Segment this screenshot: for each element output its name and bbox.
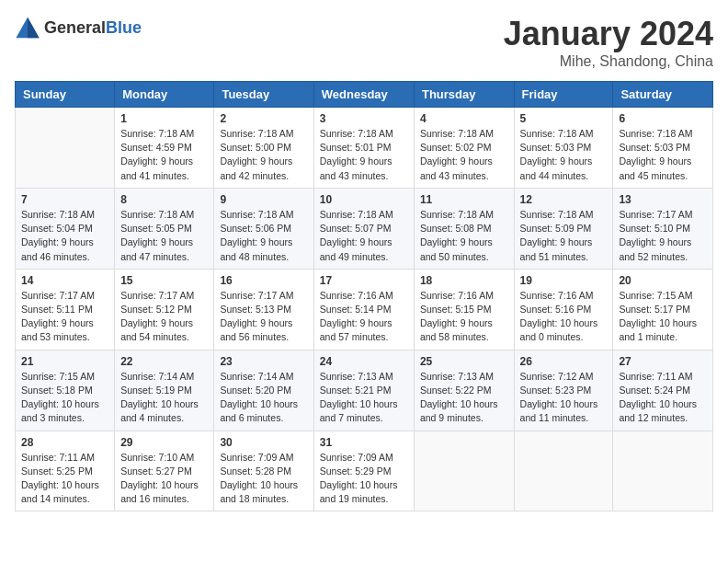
- calendar-cell: 12Sunrise: 7:18 AM Sunset: 5:09 PM Dayli…: [514, 188, 613, 269]
- calendar-cell: [414, 431, 514, 511]
- day-number: 25: [420, 355, 508, 368]
- day-number: 31: [320, 436, 408, 449]
- calendar-cell: 2Sunrise: 7:18 AM Sunset: 5:00 PM Daylig…: [214, 108, 313, 189]
- day-number: 20: [619, 274, 707, 287]
- day-number: 21: [21, 355, 108, 368]
- day-info: Sunrise: 7:18 AM Sunset: 5:06 PM Dayligh…: [220, 208, 307, 264]
- day-info: Sunrise: 7:18 AM Sunset: 5:08 PM Dayligh…: [420, 208, 508, 264]
- calendar-cell: 11Sunrise: 7:18 AM Sunset: 5:08 PM Dayli…: [414, 188, 514, 269]
- calendar-week-row: 14Sunrise: 7:17 AM Sunset: 5:11 PM Dayli…: [16, 269, 713, 350]
- weekday-header-sunday: Sunday: [16, 82, 115, 108]
- calendar-cell: 21Sunrise: 7:15 AM Sunset: 5:18 PM Dayli…: [16, 350, 115, 431]
- day-number: 17: [320, 274, 408, 287]
- weekday-header-tuesday: Tuesday: [214, 82, 313, 108]
- day-info: Sunrise: 7:17 AM Sunset: 5:12 PM Dayligh…: [120, 289, 208, 345]
- logo-icon: [15, 15, 40, 40]
- calendar-cell: 3Sunrise: 7:18 AM Sunset: 5:01 PM Daylig…: [313, 108, 414, 189]
- weekday-header-wednesday: Wednesday: [313, 82, 414, 108]
- day-number: 13: [619, 193, 707, 206]
- calendar-cell: 10Sunrise: 7:18 AM Sunset: 5:07 PM Dayli…: [313, 188, 414, 269]
- day-number: 7: [21, 193, 108, 206]
- weekday-header-row: SundayMondayTuesdayWednesdayThursdayFrid…: [16, 82, 713, 108]
- calendar-cell: 18Sunrise: 7:16 AM Sunset: 5:15 PM Dayli…: [414, 269, 514, 350]
- calendar-week-row: 21Sunrise: 7:15 AM Sunset: 5:18 PM Dayli…: [16, 350, 713, 431]
- calendar-cell: 16Sunrise: 7:17 AM Sunset: 5:13 PM Dayli…: [214, 269, 313, 350]
- day-info: Sunrise: 7:11 AM Sunset: 5:24 PM Dayligh…: [619, 370, 707, 426]
- day-number: 2: [220, 112, 307, 125]
- day-info: Sunrise: 7:18 AM Sunset: 5:01 PM Dayligh…: [320, 127, 408, 183]
- calendar-cell: 7Sunrise: 7:18 AM Sunset: 5:04 PM Daylig…: [16, 188, 115, 269]
- calendar-cell: 28Sunrise: 7:11 AM Sunset: 5:25 PM Dayli…: [16, 431, 115, 511]
- calendar-cell: 15Sunrise: 7:17 AM Sunset: 5:12 PM Dayli…: [115, 269, 214, 350]
- calendar-header: SundayMondayTuesdayWednesdayThursdayFrid…: [16, 82, 713, 108]
- day-number: 23: [220, 355, 307, 368]
- calendar-cell: 5Sunrise: 7:18 AM Sunset: 5:03 PM Daylig…: [514, 108, 613, 189]
- day-info: Sunrise: 7:18 AM Sunset: 5:00 PM Dayligh…: [220, 127, 307, 183]
- day-info: Sunrise: 7:09 AM Sunset: 5:29 PM Dayligh…: [320, 451, 408, 507]
- calendar-cell: 6Sunrise: 7:18 AM Sunset: 5:03 PM Daylig…: [613, 108, 713, 189]
- calendar-cell: 19Sunrise: 7:16 AM Sunset: 5:16 PM Dayli…: [514, 269, 613, 350]
- day-number: 4: [420, 112, 508, 125]
- day-info: Sunrise: 7:16 AM Sunset: 5:15 PM Dayligh…: [420, 289, 508, 345]
- day-info: Sunrise: 7:14 AM Sunset: 5:19 PM Dayligh…: [120, 370, 208, 426]
- calendar-cell: 13Sunrise: 7:17 AM Sunset: 5:10 PM Dayli…: [613, 188, 713, 269]
- day-info: Sunrise: 7:18 AM Sunset: 5:02 PM Dayligh…: [420, 127, 508, 183]
- logo-blue-text: Blue: [106, 18, 142, 37]
- day-info: Sunrise: 7:18 AM Sunset: 5:05 PM Dayligh…: [120, 208, 208, 264]
- day-number: 5: [520, 112, 608, 125]
- calendar-week-row: 1Sunrise: 7:18 AM Sunset: 4:59 PM Daylig…: [16, 108, 713, 189]
- day-info: Sunrise: 7:11 AM Sunset: 5:25 PM Dayligh…: [21, 451, 108, 507]
- day-info: Sunrise: 7:18 AM Sunset: 5:04 PM Dayligh…: [21, 208, 108, 264]
- weekday-header-monday: Monday: [115, 82, 214, 108]
- month-title: January 2024: [504, 15, 713, 53]
- day-info: Sunrise: 7:10 AM Sunset: 5:27 PM Dayligh…: [120, 451, 208, 507]
- day-number: 8: [120, 193, 208, 206]
- day-number: 22: [120, 355, 208, 368]
- day-number: 10: [320, 193, 408, 206]
- day-info: Sunrise: 7:16 AM Sunset: 5:14 PM Dayligh…: [320, 289, 408, 345]
- day-number: 28: [21, 436, 108, 449]
- logo-general-text: General: [44, 18, 106, 37]
- calendar-cell: 20Sunrise: 7:15 AM Sunset: 5:17 PM Dayli…: [613, 269, 713, 350]
- calendar-cell: 29Sunrise: 7:10 AM Sunset: 5:27 PM Dayli…: [115, 431, 214, 511]
- day-number: 19: [520, 274, 608, 287]
- calendar-cell: 9Sunrise: 7:18 AM Sunset: 5:06 PM Daylig…: [214, 188, 313, 269]
- calendar-cell: 24Sunrise: 7:13 AM Sunset: 5:21 PM Dayli…: [313, 350, 414, 431]
- calendar-cell: 14Sunrise: 7:17 AM Sunset: 5:11 PM Dayli…: [16, 269, 115, 350]
- day-info: Sunrise: 7:17 AM Sunset: 5:11 PM Dayligh…: [21, 289, 108, 345]
- weekday-header-friday: Friday: [514, 82, 613, 108]
- calendar-cell: 8Sunrise: 7:18 AM Sunset: 5:05 PM Daylig…: [115, 188, 214, 269]
- calendar-cell: [613, 431, 713, 511]
- calendar-cell: 4Sunrise: 7:18 AM Sunset: 5:02 PM Daylig…: [414, 108, 514, 189]
- day-number: 15: [120, 274, 208, 287]
- day-number: 18: [420, 274, 508, 287]
- title-block: January 2024 Mihe, Shandong, China: [504, 15, 713, 70]
- page-header: GeneralBlue January 2024 Mihe, Shandong,…: [15, 15, 713, 70]
- calendar-cell: 26Sunrise: 7:12 AM Sunset: 5:23 PM Dayli…: [514, 350, 613, 431]
- calendar-cell: 25Sunrise: 7:13 AM Sunset: 5:22 PM Dayli…: [414, 350, 514, 431]
- day-info: Sunrise: 7:17 AM Sunset: 5:13 PM Dayligh…: [220, 289, 307, 345]
- day-number: 26: [520, 355, 608, 368]
- day-info: Sunrise: 7:15 AM Sunset: 5:17 PM Dayligh…: [619, 289, 707, 345]
- day-number: 1: [120, 112, 208, 125]
- day-number: 6: [619, 112, 707, 125]
- day-number: 24: [320, 355, 408, 368]
- calendar-cell: 27Sunrise: 7:11 AM Sunset: 5:24 PM Dayli…: [613, 350, 713, 431]
- day-number: 14: [21, 274, 108, 287]
- calendar-body: 1Sunrise: 7:18 AM Sunset: 4:59 PM Daylig…: [16, 108, 713, 511]
- day-info: Sunrise: 7:18 AM Sunset: 5:07 PM Dayligh…: [320, 208, 408, 264]
- location-title: Mihe, Shandong, China: [504, 53, 713, 70]
- weekday-header-thursday: Thursday: [414, 82, 514, 108]
- day-info: Sunrise: 7:18 AM Sunset: 5:03 PM Dayligh…: [619, 127, 707, 183]
- svg-marker-1: [28, 17, 40, 38]
- day-number: 30: [220, 436, 307, 449]
- day-info: Sunrise: 7:18 AM Sunset: 5:09 PM Dayligh…: [520, 208, 608, 264]
- calendar-week-row: 7Sunrise: 7:18 AM Sunset: 5:04 PM Daylig…: [16, 188, 713, 269]
- calendar-table: SundayMondayTuesdayWednesdayThursdayFrid…: [15, 81, 713, 511]
- day-info: Sunrise: 7:13 AM Sunset: 5:22 PM Dayligh…: [420, 370, 508, 426]
- calendar-week-row: 28Sunrise: 7:11 AM Sunset: 5:25 PM Dayli…: [16, 431, 713, 511]
- calendar-cell: 30Sunrise: 7:09 AM Sunset: 5:28 PM Dayli…: [214, 431, 313, 511]
- day-number: 3: [320, 112, 408, 125]
- weekday-header-saturday: Saturday: [613, 82, 713, 108]
- day-number: 11: [420, 193, 508, 206]
